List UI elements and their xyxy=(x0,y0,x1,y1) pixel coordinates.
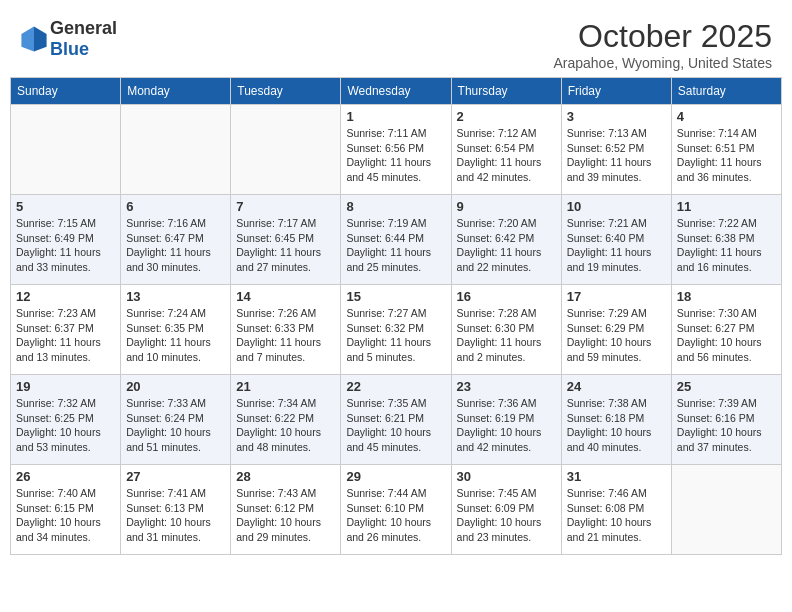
col-tuesday: Tuesday xyxy=(231,78,341,105)
table-row: 3Sunrise: 7:13 AM Sunset: 6:52 PM Daylig… xyxy=(561,105,671,195)
day-info: Sunrise: 7:14 AM Sunset: 6:51 PM Dayligh… xyxy=(677,126,776,185)
day-number: 14 xyxy=(236,289,335,304)
day-number: 17 xyxy=(567,289,666,304)
day-number: 4 xyxy=(677,109,776,124)
table-row: 11Sunrise: 7:22 AM Sunset: 6:38 PM Dayli… xyxy=(671,195,781,285)
day-number: 30 xyxy=(457,469,556,484)
day-info: Sunrise: 7:24 AM Sunset: 6:35 PM Dayligh… xyxy=(126,306,225,365)
table-row: 8Sunrise: 7:19 AM Sunset: 6:44 PM Daylig… xyxy=(341,195,451,285)
svg-marker-2 xyxy=(21,26,34,51)
table-row: 27Sunrise: 7:41 AM Sunset: 6:13 PM Dayli… xyxy=(121,465,231,555)
day-number: 16 xyxy=(457,289,556,304)
table-row: 20Sunrise: 7:33 AM Sunset: 6:24 PM Dayli… xyxy=(121,375,231,465)
col-saturday: Saturday xyxy=(671,78,781,105)
calendar-header-row: Sunday Monday Tuesday Wednesday Thursday… xyxy=(11,78,782,105)
title-area: October 2025 Arapahoe, Wyoming, United S… xyxy=(553,18,772,71)
calendar-week-row: 19Sunrise: 7:32 AM Sunset: 6:25 PM Dayli… xyxy=(11,375,782,465)
calendar-week-row: 12Sunrise: 7:23 AM Sunset: 6:37 PM Dayli… xyxy=(11,285,782,375)
day-number: 27 xyxy=(126,469,225,484)
col-sunday: Sunday xyxy=(11,78,121,105)
day-info: Sunrise: 7:30 AM Sunset: 6:27 PM Dayligh… xyxy=(677,306,776,365)
logo-blue: Blue xyxy=(50,39,89,59)
logo: General Blue xyxy=(20,18,117,60)
day-info: Sunrise: 7:38 AM Sunset: 6:18 PM Dayligh… xyxy=(567,396,666,455)
col-friday: Friday xyxy=(561,78,671,105)
table-row: 18Sunrise: 7:30 AM Sunset: 6:27 PM Dayli… xyxy=(671,285,781,375)
day-info: Sunrise: 7:44 AM Sunset: 6:10 PM Dayligh… xyxy=(346,486,445,545)
day-number: 22 xyxy=(346,379,445,394)
day-info: Sunrise: 7:32 AM Sunset: 6:25 PM Dayligh… xyxy=(16,396,115,455)
day-info: Sunrise: 7:20 AM Sunset: 6:42 PM Dayligh… xyxy=(457,216,556,275)
day-number: 7 xyxy=(236,199,335,214)
svg-marker-1 xyxy=(34,26,47,51)
logo-text: General Blue xyxy=(50,18,117,60)
day-number: 21 xyxy=(236,379,335,394)
day-number: 11 xyxy=(677,199,776,214)
day-info: Sunrise: 7:46 AM Sunset: 6:08 PM Dayligh… xyxy=(567,486,666,545)
calendar-week-row: 1Sunrise: 7:11 AM Sunset: 6:56 PM Daylig… xyxy=(11,105,782,195)
day-info: Sunrise: 7:40 AM Sunset: 6:15 PM Dayligh… xyxy=(16,486,115,545)
table-row: 26Sunrise: 7:40 AM Sunset: 6:15 PM Dayli… xyxy=(11,465,121,555)
day-info: Sunrise: 7:43 AM Sunset: 6:12 PM Dayligh… xyxy=(236,486,335,545)
day-info: Sunrise: 7:11 AM Sunset: 6:56 PM Dayligh… xyxy=(346,126,445,185)
col-thursday: Thursday xyxy=(451,78,561,105)
day-number: 8 xyxy=(346,199,445,214)
table-row: 28Sunrise: 7:43 AM Sunset: 6:12 PM Dayli… xyxy=(231,465,341,555)
table-row xyxy=(671,465,781,555)
day-number: 18 xyxy=(677,289,776,304)
table-row: 25Sunrise: 7:39 AM Sunset: 6:16 PM Dayli… xyxy=(671,375,781,465)
day-number: 25 xyxy=(677,379,776,394)
table-row xyxy=(231,105,341,195)
table-row: 23Sunrise: 7:36 AM Sunset: 6:19 PM Dayli… xyxy=(451,375,561,465)
table-row: 17Sunrise: 7:29 AM Sunset: 6:29 PM Dayli… xyxy=(561,285,671,375)
day-info: Sunrise: 7:35 AM Sunset: 6:21 PM Dayligh… xyxy=(346,396,445,455)
header: General Blue October 2025 Arapahoe, Wyom… xyxy=(10,10,782,77)
table-row: 2Sunrise: 7:12 AM Sunset: 6:54 PM Daylig… xyxy=(451,105,561,195)
day-info: Sunrise: 7:36 AM Sunset: 6:19 PM Dayligh… xyxy=(457,396,556,455)
table-row: 13Sunrise: 7:24 AM Sunset: 6:35 PM Dayli… xyxy=(121,285,231,375)
day-number: 24 xyxy=(567,379,666,394)
calendar-week-row: 5Sunrise: 7:15 AM Sunset: 6:49 PM Daylig… xyxy=(11,195,782,285)
table-row: 22Sunrise: 7:35 AM Sunset: 6:21 PM Dayli… xyxy=(341,375,451,465)
day-number: 12 xyxy=(16,289,115,304)
day-number: 1 xyxy=(346,109,445,124)
table-row: 12Sunrise: 7:23 AM Sunset: 6:37 PM Dayli… xyxy=(11,285,121,375)
day-info: Sunrise: 7:12 AM Sunset: 6:54 PM Dayligh… xyxy=(457,126,556,185)
table-row xyxy=(121,105,231,195)
day-info: Sunrise: 7:33 AM Sunset: 6:24 PM Dayligh… xyxy=(126,396,225,455)
day-number: 15 xyxy=(346,289,445,304)
day-info: Sunrise: 7:27 AM Sunset: 6:32 PM Dayligh… xyxy=(346,306,445,365)
day-info: Sunrise: 7:29 AM Sunset: 6:29 PM Dayligh… xyxy=(567,306,666,365)
table-row: 6Sunrise: 7:16 AM Sunset: 6:47 PM Daylig… xyxy=(121,195,231,285)
col-monday: Monday xyxy=(121,78,231,105)
table-row: 24Sunrise: 7:38 AM Sunset: 6:18 PM Dayli… xyxy=(561,375,671,465)
day-info: Sunrise: 7:16 AM Sunset: 6:47 PM Dayligh… xyxy=(126,216,225,275)
day-number: 10 xyxy=(567,199,666,214)
table-row: 10Sunrise: 7:21 AM Sunset: 6:40 PM Dayli… xyxy=(561,195,671,285)
day-info: Sunrise: 7:39 AM Sunset: 6:16 PM Dayligh… xyxy=(677,396,776,455)
day-info: Sunrise: 7:45 AM Sunset: 6:09 PM Dayligh… xyxy=(457,486,556,545)
day-number: 19 xyxy=(16,379,115,394)
table-row xyxy=(11,105,121,195)
day-info: Sunrise: 7:17 AM Sunset: 6:45 PM Dayligh… xyxy=(236,216,335,275)
day-number: 5 xyxy=(16,199,115,214)
table-row: 30Sunrise: 7:45 AM Sunset: 6:09 PM Dayli… xyxy=(451,465,561,555)
calendar-week-row: 26Sunrise: 7:40 AM Sunset: 6:15 PM Dayli… xyxy=(11,465,782,555)
day-info: Sunrise: 7:19 AM Sunset: 6:44 PM Dayligh… xyxy=(346,216,445,275)
calendar-table: Sunday Monday Tuesday Wednesday Thursday… xyxy=(10,77,782,555)
day-info: Sunrise: 7:22 AM Sunset: 6:38 PM Dayligh… xyxy=(677,216,776,275)
col-wednesday: Wednesday xyxy=(341,78,451,105)
day-number: 29 xyxy=(346,469,445,484)
day-number: 26 xyxy=(16,469,115,484)
day-number: 13 xyxy=(126,289,225,304)
day-info: Sunrise: 7:13 AM Sunset: 6:52 PM Dayligh… xyxy=(567,126,666,185)
table-row: 5Sunrise: 7:15 AM Sunset: 6:49 PM Daylig… xyxy=(11,195,121,285)
day-info: Sunrise: 7:41 AM Sunset: 6:13 PM Dayligh… xyxy=(126,486,225,545)
day-number: 9 xyxy=(457,199,556,214)
table-row: 16Sunrise: 7:28 AM Sunset: 6:30 PM Dayli… xyxy=(451,285,561,375)
table-row: 14Sunrise: 7:26 AM Sunset: 6:33 PM Dayli… xyxy=(231,285,341,375)
table-row: 21Sunrise: 7:34 AM Sunset: 6:22 PM Dayli… xyxy=(231,375,341,465)
day-number: 20 xyxy=(126,379,225,394)
day-info: Sunrise: 7:28 AM Sunset: 6:30 PM Dayligh… xyxy=(457,306,556,365)
day-number: 31 xyxy=(567,469,666,484)
